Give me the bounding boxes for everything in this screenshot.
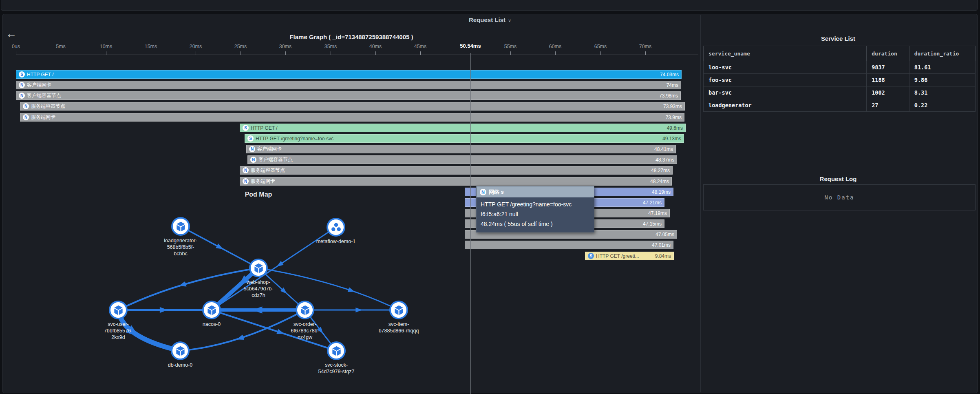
ruler-tick-label: 70ms: [629, 44, 662, 49]
service-list-cell-duration_ratio: 0.22: [909, 99, 975, 112]
span-duration: 48.19ms: [648, 189, 673, 195]
ruler-tick-mark: [555, 51, 556, 55]
flame-span-bar[interactable]: N服务端网卡48.24ms: [240, 177, 672, 186]
pod-cube-icon: [331, 345, 342, 356]
flame-span-bar[interactable]: 47.01ms: [465, 241, 673, 249]
flame-span-bar[interactable]: SHTTP GET /greeti...9.84ms: [585, 252, 674, 260]
service-list-cell-duration_ratio: 8.31: [909, 86, 975, 99]
ruler-tick-label: 35ms: [314, 44, 347, 49]
span-duration: 9.84ms: [651, 253, 673, 259]
span-duration: 47.15ms: [639, 221, 664, 227]
ruler-tick-label: 10ms: [90, 44, 122, 49]
pod-node-web-shop[interactable]: [249, 259, 268, 277]
pod-node-svc-item[interactable]: [389, 301, 408, 319]
service-list-row[interactable]: loadgenerator270.22: [704, 99, 976, 112]
pod-cube-icon: [300, 305, 311, 316]
pod-node-loadgenerator[interactable]: [171, 217, 190, 236]
pod-cube-icon: [113, 305, 124, 316]
flame-graph-title: Flame Graph ( _id=7134887259388744005 ): [228, 33, 475, 40]
span-duration: 48.37ms: [651, 157, 677, 163]
pod-cube-icon: [393, 305, 404, 316]
span-duration: 47.05ms: [651, 232, 677, 237]
top-navigation-bar: [1, 0, 978, 11]
ruler-tick-label: 30ms: [269, 44, 302, 49]
service-list-row[interactable]: loo-svc983781.61: [704, 61, 976, 74]
ruler-tick-mark: [600, 51, 601, 55]
span-tooltip-body: HTTP GET /greeting?name=foo-svc f6:f5:a6…: [477, 197, 594, 232]
pod-node-svc-stock[interactable]: [327, 341, 346, 360]
ruler-tick-mark: [420, 51, 421, 55]
pod-cube-icon: [253, 263, 264, 274]
flame-span-bar[interactable]: N服务端容器节点73.93ms: [20, 102, 685, 111]
flame-span-bar[interactable]: SHTTP GET /74.03ms: [16, 70, 682, 79]
pod-node-label: nacos-0: [177, 321, 246, 328]
span-type-icon: N: [243, 167, 249, 173]
request-list-dropdown[interactable]: Request List∨: [441, 16, 539, 23]
pod-node-svc-order[interactable]: [296, 301, 314, 319]
ruler-tick-label: 40ms: [359, 44, 392, 49]
pod-node-svc-user[interactable]: [109, 301, 128, 319]
span-tooltip: N 网络 s HTTP GET /greeting?name=foo-svc f…: [476, 186, 594, 232]
service-list-row[interactable]: foo-svc11889.86: [704, 74, 976, 86]
span-tooltip-detail: f6:f5:a6:21 null: [481, 209, 590, 219]
pod-map-title: Pod Map: [218, 191, 299, 198]
span-label: HTTP GET /: [251, 125, 278, 131]
span-type-icon: S: [243, 125, 249, 131]
span-duration: 47.21ms: [639, 200, 664, 206]
span-type-icon: S: [19, 71, 25, 77]
ruler-tick-mark: [106, 51, 106, 55]
ruler-tick-label: 5ms: [44, 44, 77, 49]
flame-span-bar[interactable]: N客户端容器节点73.98ms: [16, 91, 681, 100]
span-type-icon: N: [23, 114, 29, 120]
span-tooltip-duration: 48.24ms ( 55us of self time ): [481, 219, 590, 229]
flame-span-bar[interactable]: N客户端网卡74ms: [16, 81, 681, 89]
span-label: 服务端网卡: [251, 178, 275, 185]
flame-span-bar[interactable]: N客户端容器节点48.37ms: [247, 155, 677, 164]
pod-node-metaflow[interactable]: [327, 218, 345, 237]
span-type-icon: N: [243, 178, 249, 184]
pod-node-db-demo[interactable]: [171, 341, 190, 360]
span-tooltip-header: N 网络 s: [477, 186, 594, 197]
service-list-row[interactable]: bar-svc10028.31: [704, 86, 976, 99]
span-duration: 49.13ms: [658, 136, 684, 142]
flame-span-bar[interactable]: N客户端网卡48.41ms: [246, 145, 676, 153]
no-data-label: No Data: [824, 194, 854, 201]
pod-cube-icon: [175, 345, 186, 356]
span-label: 服务端网卡: [31, 114, 55, 121]
span-label: HTTP GET /greeting?name=foo-svc: [256, 136, 333, 142]
flame-span-bar[interactable]: N服务端容器节点48.27ms: [240, 166, 673, 175]
ruler-tick-mark: [375, 51, 376, 55]
span-label: 客户端网卡: [27, 82, 51, 89]
pod-node-label: loadgenerator-568b5f6b5f-bcbbc: [146, 237, 215, 257]
flame-span-bar[interactable]: N服务端网卡73.9ms: [20, 113, 684, 122]
span-label: 客户端容器节点: [27, 92, 61, 99]
ruler-tick-mark: [331, 51, 331, 55]
ruler-tick-label: 65ms: [584, 44, 617, 49]
request-list-label: Request List: [469, 16, 505, 23]
service-list-table: service_unamedurationduration_ratio loo-…: [703, 46, 976, 112]
ruler-tick-label: 55ms: [494, 44, 527, 49]
flame-span-bar[interactable]: SHTTP GET /greeting?name=foo-svc49.13ms: [245, 134, 684, 143]
service-list-column-service_uname: service_uname: [704, 46, 867, 61]
ruler-tick-mark: [196, 51, 196, 55]
ruler-tick-mark: [510, 51, 511, 55]
pod-node-nacos[interactable]: [202, 301, 221, 319]
span-type-icon: N: [19, 93, 25, 99]
span-duration: 48.27ms: [647, 168, 672, 173]
time-marker-line[interactable]: [470, 53, 471, 394]
service-list-cell-service_uname: bar-svc: [704, 86, 867, 99]
request-log-empty-box: No Data: [703, 184, 976, 210]
request-log-title: Request Log: [777, 175, 899, 182]
span-duration: 48.41ms: [650, 146, 675, 152]
service-list-cell-duration_ratio: 9.86: [909, 74, 975, 86]
span-type-icon: S: [247, 135, 254, 142]
span-type-icon: N: [249, 146, 255, 152]
span-type-icon: N: [250, 157, 256, 163]
ruler-tick-label: 25ms: [224, 44, 257, 49]
back-arrow-button[interactable]: ←: [6, 29, 17, 40]
span-duration: 73.98ms: [655, 93, 680, 99]
service-list-cell-duration: 1002: [867, 86, 909, 99]
flame-span-bar[interactable]: SHTTP GET /49.6ms: [240, 124, 686, 132]
span-duration: 47.01ms: [648, 242, 673, 248]
network-span-icon: N: [480, 189, 486, 195]
